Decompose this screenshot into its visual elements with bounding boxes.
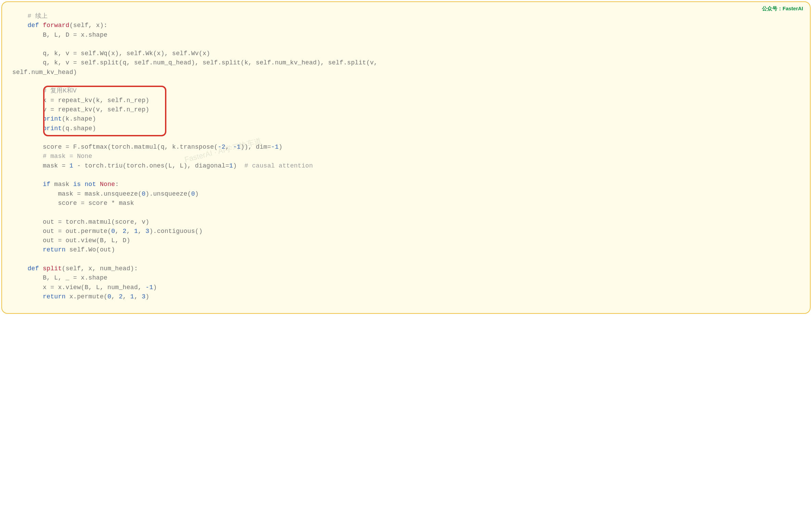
builtin-print-q: print: [43, 125, 62, 132]
line-split-view-b: ): [153, 284, 157, 291]
keyword-return-1: return: [43, 246, 66, 253]
num-1: 1: [69, 162, 73, 169]
num-0b: 0: [191, 190, 195, 197]
keyword-is: is: [73, 181, 81, 188]
if-d: :: [115, 181, 119, 188]
sep: ,: [115, 228, 123, 235]
const-none: None: [100, 181, 115, 188]
keyword-def: def: [27, 22, 39, 29]
line-out-permute-a: out = out.permute(: [43, 228, 111, 235]
line-split-view-a: x = x.view(B, L, num_head,: [43, 284, 145, 291]
line-split-permute-b: ): [145, 293, 149, 300]
comment-reuse-kv: # 复用K和V: [43, 87, 77, 94]
line-unsqueeze-b: ).unsqueeze(: [145, 190, 191, 197]
line-split-permute-a: x.permute(: [66, 293, 107, 300]
sep: ,: [126, 228, 134, 235]
if-a: mask: [50, 181, 73, 188]
sep: ,: [138, 228, 145, 235]
func-sig-split: (self, x, num_head):: [62, 265, 138, 272]
comment-mask-none: # mask = None: [43, 153, 92, 160]
line-score-c: ): [279, 144, 282, 150]
keyword-if: if: [43, 181, 50, 188]
num-view-neg1: -1: [145, 284, 153, 291]
print-q-arg: (q.shape): [62, 125, 96, 132]
num-p0: 0: [111, 228, 115, 235]
line-unsqueeze-c: ): [195, 190, 199, 197]
line-out-matmul: out = torch.matmul(score, v): [43, 219, 149, 225]
comment-continued: # 续上: [27, 13, 48, 20]
num-dim-neg1: -1: [271, 144, 279, 150]
line-qkv-split: q, k, v = self.split(q, self.num_q_head)…: [43, 59, 378, 66]
sep: ,: [225, 144, 233, 150]
line-repeat-v: v = repeat_kv(v, self.n_rep): [43, 106, 149, 113]
line-split-unpack: B, L, _ = x.shape: [43, 274, 107, 281]
num-sp0: 0: [107, 293, 111, 300]
line-out-view: out = out.view(B, L, D): [43, 237, 130, 244]
line-score-a: score = F.softmax(torch.matmul(q, k.tran…: [43, 144, 218, 150]
keyword-def-2: def: [27, 265, 39, 272]
code-card: 公众号：FasterAI FasterAI · AI学习快车道 # 续上 def…: [1, 1, 811, 314]
line-repeat-k: k = repeat_kv(k, self.n_rep): [43, 97, 149, 104]
line-out-permute-b: ).contiguous(): [149, 228, 203, 235]
line-qkv-split-cont: self.num_kv_head): [12, 69, 77, 76]
line-return-wo: self.Wo(out): [66, 246, 115, 253]
line-mask-a: mask =: [43, 162, 69, 169]
keyword-return-2: return: [43, 293, 66, 300]
num-sp2: 2: [119, 293, 123, 300]
line-unsqueeze-a: mask = mask.unsqueeze(: [58, 190, 142, 197]
line-qkv-proj: q, k, v = self.Wq(x), self.Wk(x), self.W…: [43, 50, 210, 57]
num-p3: 3: [145, 228, 149, 235]
num-p2: 2: [123, 228, 126, 235]
line-score-b: )), dim=: [241, 144, 271, 150]
code-block: # 续上 def forward(self, x): B, L, D = x.s…: [12, 12, 800, 301]
keyword-not: not: [85, 181, 96, 188]
builtin-print-k: print: [43, 115, 62, 122]
print-k-arg: (k.shape): [62, 115, 96, 122]
sep: ,: [134, 293, 142, 300]
func-sig-forward: (self, x):: [69, 22, 107, 29]
line-shape-unpack: B, L, D = x.shape: [43, 32, 107, 38]
num-sp3: 3: [142, 293, 145, 300]
num-p1: 1: [134, 228, 138, 235]
func-name-forward: forward: [43, 22, 69, 29]
num-diag-1: 1: [229, 162, 233, 169]
num-0a: 0: [142, 190, 145, 197]
attribution-label: 公众号：FasterAI: [762, 5, 803, 12]
num-neg2: -2: [218, 144, 225, 150]
line-mask-c: ): [233, 162, 244, 169]
if-b: [81, 181, 85, 188]
num-neg1: -1: [233, 144, 241, 150]
sep: ,: [111, 293, 119, 300]
line-mask-b: - torch.triu(torch.ones(L, L), diagonal=: [73, 162, 229, 169]
func-name-split: split: [43, 265, 62, 272]
num-sp1: 1: [130, 293, 134, 300]
line-score-mask: score = score * mask: [58, 200, 134, 207]
sep: ,: [123, 293, 130, 300]
comment-causal: # causal attention: [244, 162, 313, 169]
if-c: [96, 181, 100, 188]
